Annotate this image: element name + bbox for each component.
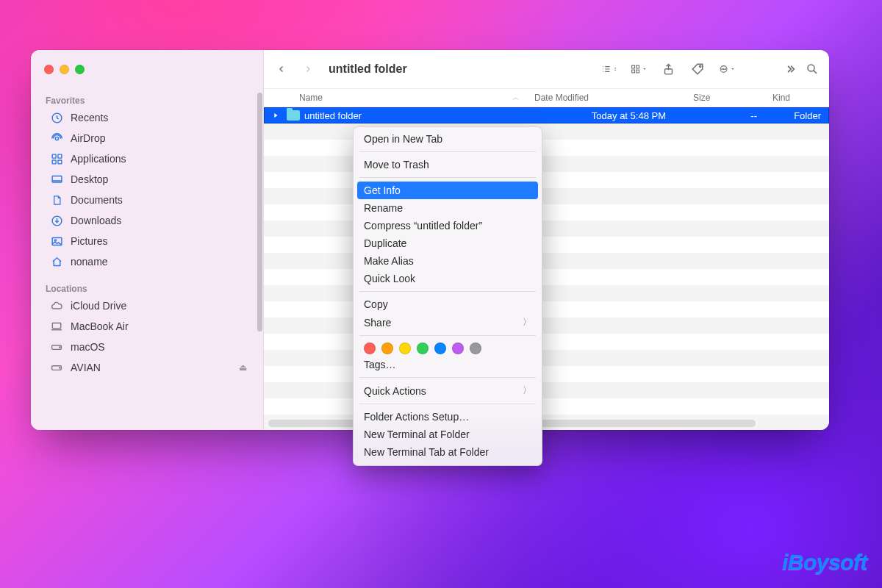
- action-button[interactable]: [719, 61, 735, 77]
- sidebar-header-locations: Locations: [46, 284, 253, 294]
- menu-duplicate[interactable]: Duplicate: [354, 234, 542, 252]
- disclosure-icon[interactable]: [272, 112, 282, 119]
- menu-quick-actions[interactable]: Quick Actions〉: [354, 381, 542, 400]
- sidebar-header-favorites: Favorites: [46, 96, 253, 106]
- close-window-button[interactable]: [44, 65, 54, 74]
- clock-icon: [50, 111, 63, 124]
- sidebar-item-documents[interactable]: Documents: [44, 190, 253, 210]
- svg-rect-4: [52, 159, 56, 163]
- svg-rect-10: [52, 323, 60, 328]
- sidebar-item-home[interactable]: noname: [44, 251, 253, 272]
- svg-point-25: [808, 65, 814, 71]
- svg-point-24: [725, 68, 725, 69]
- tags-button[interactable]: [689, 61, 706, 77]
- overflow-button[interactable]: [782, 61, 798, 77]
- sidebar-label: AVIAN: [71, 362, 101, 373]
- sidebar-label: macOS: [71, 341, 105, 353]
- view-mode-button[interactable]: [601, 61, 617, 77]
- sidebar-item-macos[interactable]: macOS: [44, 337, 253, 357]
- column-size[interactable]: Size: [686, 93, 765, 103]
- menu-quick-look[interactable]: Quick Look: [354, 270, 542, 287]
- sidebar-label: Applications: [71, 153, 126, 165]
- sidebar-item-icloud[interactable]: iCloud Drive: [44, 295, 253, 316]
- file-size: --: [688, 110, 767, 121]
- menu-separator: [359, 151, 536, 152]
- tag-yellow[interactable]: [399, 343, 411, 354]
- sidebar-item-downloads[interactable]: Downloads: [44, 210, 253, 231]
- tag-green[interactable]: [417, 343, 429, 354]
- column-kind[interactable]: Kind: [765, 93, 829, 103]
- svg-point-20: [700, 65, 701, 67]
- sort-asc-icon: ︿: [512, 93, 520, 103]
- menu-separator: [359, 291, 536, 292]
- file-row-selected[interactable]: untitled folder Today at 5:48 PM -- Fold…: [264, 107, 829, 123]
- menu-separator: [359, 177, 536, 178]
- eject-icon[interactable]: ⏏: [239, 362, 247, 373]
- svg-rect-2: [52, 154, 56, 158]
- sidebar-item-pictures[interactable]: Pictures: [44, 231, 253, 251]
- svg-rect-15: [632, 65, 635, 68]
- home-icon: [50, 255, 63, 268]
- back-button[interactable]: [271, 59, 292, 79]
- zoom-window-button[interactable]: [75, 65, 85, 74]
- context-menu: Open in New Tab Move to Trash Get Info R…: [353, 126, 542, 466]
- disk-icon: [50, 361, 63, 374]
- sidebar-item-desktop[interactable]: Desktop: [44, 169, 253, 190]
- tag-red[interactable]: [364, 343, 376, 354]
- apps-icon: [50, 152, 63, 165]
- menu-open-in-new-tab[interactable]: Open in New Tab: [354, 130, 542, 148]
- cloud-icon: [50, 299, 63, 312]
- share-button[interactable]: [660, 61, 676, 77]
- sidebar-item-avian[interactable]: AVIAN ⏏: [44, 357, 253, 378]
- menu-move-to-trash[interactable]: Move to Trash: [354, 156, 542, 173]
- group-button[interactable]: [631, 61, 647, 77]
- sidebar-item-macbook[interactable]: MacBook Air: [44, 316, 253, 337]
- menu-terminal[interactable]: New Terminal at Folder: [354, 426, 542, 443]
- svg-point-12: [60, 346, 60, 347]
- tag-orange[interactable]: [381, 343, 393, 354]
- svg-point-9: [54, 240, 56, 241]
- file-kind: Folder: [767, 110, 828, 121]
- sidebar-item-airdrop[interactable]: AirDrop: [44, 128, 253, 148]
- menu-copy[interactable]: Copy: [354, 295, 542, 313]
- sidebar-label: Downloads: [71, 215, 121, 226]
- tag-blue[interactable]: [434, 343, 446, 354]
- menu-compress[interactable]: Compress “untitled folder”: [354, 217, 542, 234]
- tag-gray[interactable]: [470, 343, 481, 354]
- window-controls: [44, 65, 85, 74]
- watermark: iBoysoft: [782, 550, 867, 575]
- svg-rect-18: [637, 70, 639, 73]
- menu-share[interactable]: Share〉: [354, 313, 542, 331]
- svg-point-1: [55, 137, 58, 140]
- sidebar-scrollbar[interactable]: [257, 93, 262, 331]
- sidebar-label: AirDrop: [71, 132, 105, 144]
- svg-rect-6: [52, 176, 62, 182]
- svg-rect-16: [637, 65, 639, 68]
- file-list[interactable]: untitled folder Today at 5:48 PM -- Fold…: [264, 107, 829, 430]
- sidebar-label: MacBook Air: [71, 320, 129, 332]
- menu-rename[interactable]: Rename: [354, 199, 542, 217]
- menu-tag-colors: [354, 340, 542, 356]
- menu-terminal-tab[interactable]: New Terminal Tab at Folder: [354, 443, 542, 461]
- menu-get-info[interactable]: Get Info: [357, 182, 538, 199]
- svg-point-22: [723, 68, 724, 69]
- minimize-window-button[interactable]: [60, 65, 69, 74]
- list-background: [264, 107, 829, 430]
- svg-rect-5: [57, 159, 61, 163]
- sidebar-label: Pictures: [71, 235, 108, 247]
- sidebar-label: Desktop: [71, 173, 108, 185]
- forward-button[interactable]: [298, 59, 318, 79]
- search-button[interactable]: [804, 61, 820, 77]
- svg-rect-17: [632, 70, 635, 73]
- svg-point-23: [722, 68, 723, 69]
- sidebar-item-recents[interactable]: Recents: [44, 107, 253, 128]
- column-name[interactable]: Name ︿: [264, 93, 527, 103]
- column-date[interactable]: Date Modified: [527, 93, 686, 103]
- tag-purple[interactable]: [452, 343, 464, 354]
- menu-tags[interactable]: Tags…: [354, 356, 542, 373]
- sidebar-item-applications[interactable]: Applications: [44, 148, 253, 169]
- menu-folder-actions[interactable]: Folder Actions Setup…: [354, 408, 542, 426]
- file-date: Today at 5:48 PM: [529, 110, 688, 121]
- menu-make-alias[interactable]: Make Alias: [354, 252, 542, 270]
- finder-sidebar: Favorites Recents AirDrop Applications D…: [31, 50, 264, 430]
